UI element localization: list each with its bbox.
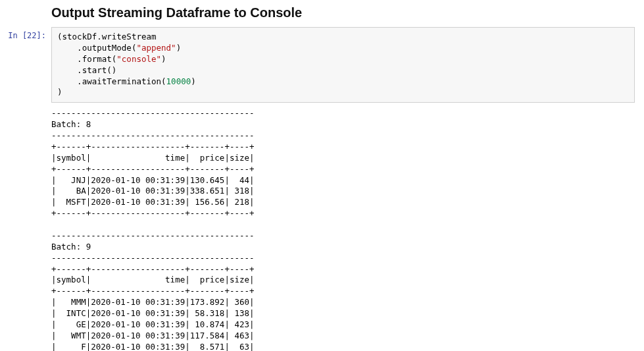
input-prompt: In [22]: — [0, 27, 51, 40]
code-line: .format( — [57, 54, 116, 64]
stdout-output: ----------------------------------------… — [51, 105, 644, 351]
code-line: ) — [161, 54, 166, 64]
notebook-container: Output Streaming Dataframe to Console In… — [0, 5, 644, 351]
code-line: (stockDf.writeStream — [57, 32, 157, 41]
number-literal: 10000 — [166, 76, 191, 86]
string-literal: "append" — [136, 43, 176, 53]
code-line: ) — [176, 43, 182, 53]
output-cell: ----------------------------------------… — [0, 105, 644, 351]
code-cell: In [22]: (stockDf.writeStream .outputMod… — [0, 27, 644, 103]
code-line: .start() — [57, 65, 116, 75]
section-heading: Output Streaming Dataframe to Console — [51, 5, 644, 20]
string-literal: "console" — [116, 54, 161, 64]
code-line: ) — [57, 87, 62, 97]
code-line: .awaitTermination( — [57, 76, 166, 86]
code-input-area[interactable]: (stockDf.writeStream .outputMode("append… — [51, 27, 635, 103]
output-prompt — [0, 105, 51, 109]
code-line: .outputMode( — [57, 43, 136, 53]
code-line: ) — [191, 76, 196, 86]
